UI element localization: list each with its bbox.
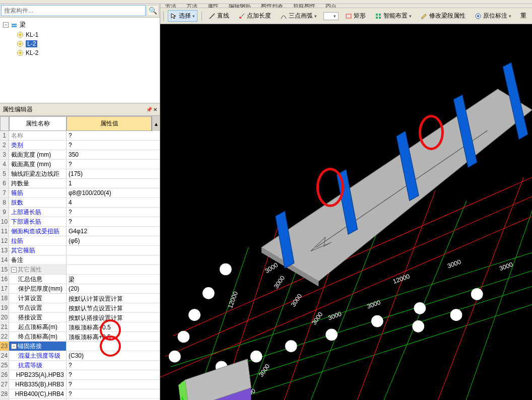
ribbon-item[interactable]: 属性	[208, 4, 219, 8]
line-button[interactable]: 直线	[206, 10, 232, 22]
property-row[interactable]: 7箍筋φ8@100/200(4)	[0, 188, 160, 198]
collapse-icon[interactable]: −	[11, 267, 17, 273]
prop-value[interactable]: 按默认搭接设置计算	[66, 313, 160, 322]
svg-point-11	[477, 15, 479, 17]
prop-value[interactable]: ?	[66, 217, 160, 226]
prop-name: 其它箍筋	[9, 246, 66, 255]
prop-value[interactable]: ?	[66, 141, 160, 150]
collapse-icon[interactable]: −	[3, 22, 9, 28]
property-row[interactable]: 17保护层厚度(mm)(20)	[0, 284, 160, 294]
ribbon-item[interactable]: 拾取构件	[293, 4, 315, 8]
property-row[interactable]: 20搭接设置按默认搭接设置计算	[0, 313, 160, 322]
row-index: 27	[0, 380, 9, 389]
property-group[interactable]: 15− 其它属性	[0, 265, 160, 275]
prop-value[interactable]: ?	[66, 370, 160, 379]
ribbon-item[interactable]: 内点	[325, 4, 337, 8]
row-index: 10	[0, 217, 9, 226]
prop-name: HRB335(B),HRB3	[9, 380, 66, 389]
search-input[interactable]	[1, 5, 146, 16]
prop-value[interactable]: 4	[66, 198, 160, 207]
property-row[interactable]: 18计算设置按默认计算设置计算	[0, 294, 160, 303]
property-row[interactable]: 2类别?	[0, 141, 160, 150]
prop-name: 抗震等级	[9, 361, 66, 370]
property-row[interactable]: 19节点设置按默认节点设置计算	[0, 303, 160, 313]
property-row[interactable]: 5轴线距梁左边线距(175)	[0, 169, 160, 179]
arc-button[interactable]: 三点画弧▾	[278, 10, 319, 22]
property-row[interactable]: 4截面高度 (mm)?	[0, 160, 160, 169]
svg-text:3000: 3000	[310, 311, 324, 326]
svg-text:4: 4	[454, 311, 458, 318]
prop-value[interactable]: 顶板顶标高+0.5	[66, 322, 160, 331]
property-row[interactable]: 11侧面构造或受扭筋G4φ12	[0, 227, 160, 236]
property-row[interactable]: 9上部通长筋?	[0, 208, 160, 217]
prop-value[interactable]	[66, 246, 160, 255]
property-row[interactable]: 25抗震等级?	[0, 361, 160, 370]
close-icon[interactable]: ✕	[153, 107, 157, 112]
prop-name: 保护层厚度(mm)	[9, 284, 66, 293]
extend-button[interactable]: 点加长度	[236, 10, 274, 22]
pin-icon[interactable]: 📌	[146, 107, 152, 112]
property-row[interactable]: 16汇总信息梁	[0, 275, 160, 284]
scroll-up-icon[interactable]: ▴	[152, 116, 160, 131]
search-button[interactable]: 🔍	[147, 5, 159, 16]
property-group[interactable]: 23− 锚固搭接	[0, 342, 160, 351]
property-row[interactable]: 10下部通长筋?	[0, 217, 160, 227]
prop-value[interactable]: ?	[66, 160, 160, 169]
property-row[interactable]: 24混凝土强度等级(C30)	[0, 351, 160, 361]
ribbon-item[interactable]: 编辑钢筋	[229, 4, 251, 8]
property-row[interactable]: 22终点顶标高(m)顶板顶标高+0.5	[0, 332, 160, 342]
property-row[interactable]: 6跨数量1	[0, 179, 160, 188]
select-button[interactable]: 选择▾	[168, 10, 197, 22]
prop-value[interactable]: ?	[66, 131, 160, 140]
prop-value[interactable]: 1	[66, 179, 160, 188]
tree-root-beam[interactable]: − 梁	[3, 20, 157, 30]
smart-button[interactable]: 智能布置▾	[372, 10, 414, 22]
ribbon-item[interactable]: 方法	[186, 4, 197, 8]
prop-name: 起点顶标高(m)	[9, 322, 66, 331]
origin-button[interactable]: 原位标注▾	[472, 10, 514, 22]
collapse-icon[interactable]: −	[11, 344, 17, 349]
dropdown-empty[interactable]: ▾	[323, 12, 339, 20]
prop-value[interactable]: (20)	[66, 284, 160, 293]
property-row[interactable]: 13其它箍筋	[0, 246, 160, 255]
property-row[interactable]: 28HRB400(C),HRB4?	[0, 389, 160, 399]
row-index: 24	[0, 351, 9, 360]
prop-value[interactable]	[66, 255, 160, 264]
prop-value[interactable]: ?	[66, 389, 160, 398]
property-row[interactable]: 26HPB235(A),HPB3?	[0, 370, 160, 380]
prop-value[interactable]: 350	[66, 150, 160, 159]
prop-value[interactable]: (C30)	[66, 351, 160, 360]
prop-value[interactable]: ?	[66, 208, 160, 217]
property-row[interactable]: 3截面宽度 (mm)350	[0, 150, 160, 160]
3d-viewport[interactable]: A B C D E 1 1 2 3 3 3 4 4 5	[160, 24, 532, 400]
prop-value[interactable]: 顶板顶标高+0.5	[66, 332, 160, 341]
ribbon-item[interactable]: 旁法	[165, 4, 176, 8]
prop-value[interactable]: ?	[66, 380, 160, 389]
beam-icon	[11, 22, 18, 29]
prop-value[interactable]: 按默认节点设置计算	[66, 303, 160, 312]
prop-value[interactable]: φ8@100/200(4)	[66, 188, 160, 197]
prop-value[interactable]: 按默认计算设置计算	[66, 294, 160, 303]
prop-name: 拉筋	[9, 236, 66, 245]
more-button[interactable]: 重	[518, 10, 529, 22]
property-row[interactable]: 12拉筋(φ6)	[0, 236, 160, 246]
property-row[interactable]: 8肢数4	[0, 198, 160, 208]
property-row[interactable]: 21起点顶标高(m)顶板顶标高+0.5	[0, 322, 160, 332]
prop-value[interactable]: (φ6)	[66, 236, 160, 245]
property-table[interactable]: 属性名称 属性值 ▴ 1名称?2类别?3截面宽度 (mm)3504截面高度 (m…	[0, 116, 160, 400]
prop-value[interactable]: G4φ12	[66, 227, 160, 236]
modify-button[interactable]: 修改梁段属性	[418, 10, 468, 22]
prop-value[interactable]: (175)	[66, 169, 160, 178]
tree-item[interactable]: L-2	[17, 39, 157, 48]
rect-button[interactable]: 矩形	[343, 10, 368, 22]
prop-value[interactable]: 梁	[66, 275, 160, 284]
row-index: 6	[0, 179, 9, 188]
component-tree[interactable]: − 梁 KL-1L-2KL-2	[0, 18, 160, 103]
property-row[interactable]: 14备注	[0, 255, 160, 265]
tree-item[interactable]: KL-2	[17, 48, 157, 57]
ribbon-item[interactable]: 构件列表	[261, 4, 283, 8]
prop-value[interactable]: ?	[66, 361, 160, 370]
tree-item[interactable]: KL-1	[17, 30, 157, 39]
property-row[interactable]: 27HRB335(B),HRB3?	[0, 380, 160, 389]
property-row[interactable]: 1名称?	[0, 131, 160, 141]
